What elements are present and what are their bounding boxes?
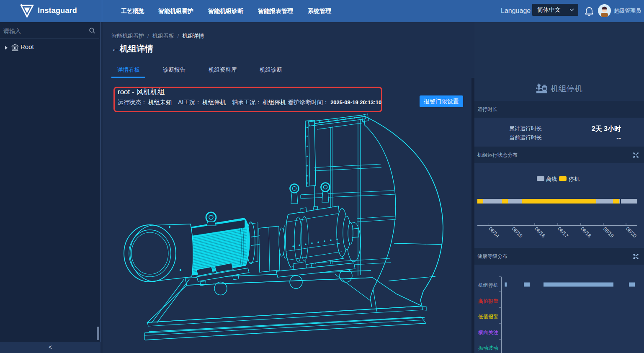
svg-text:08/19: 08/19 [602, 226, 615, 239]
svg-text:08/20: 08/20 [625, 226, 638, 239]
svg-text:08/17: 08/17 [556, 226, 569, 239]
svg-text:08/15: 08/15 [511, 226, 524, 239]
svg-text:08/18: 08/18 [580, 226, 592, 239]
svg-text:08/16: 08/16 [533, 226, 546, 239]
svg-text:08/14: 08/14 [487, 226, 500, 239]
